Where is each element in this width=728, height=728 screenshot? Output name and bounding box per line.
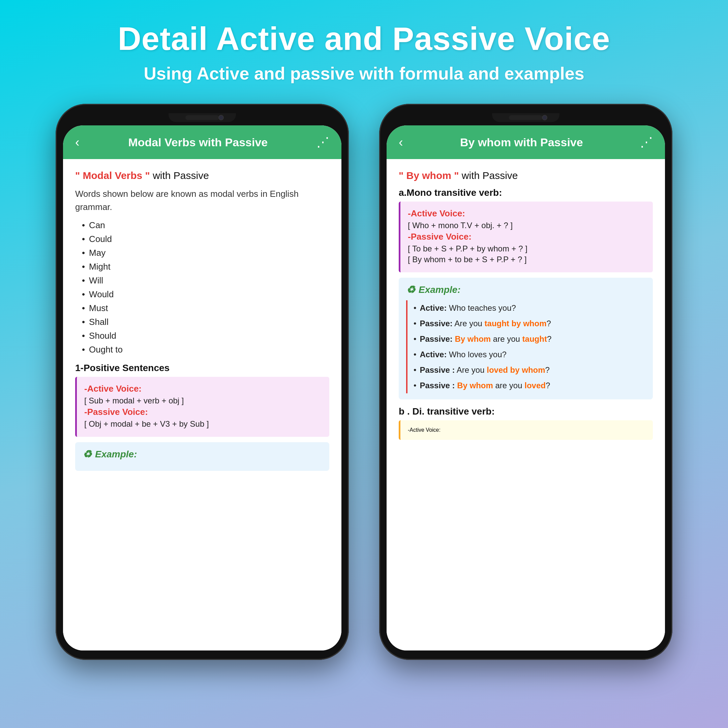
phone-1-positive-heading: 1-Positive Sentences [75,362,329,373]
phones-row: ‹ Modal Verbs with Passive ⋰ " Modal Ver… [56,104,672,660]
list-item: Should [82,329,329,343]
phone-1-modal-list: Can Could May Might Will Would Must Shal… [82,219,329,356]
phone-2-di-label: b . Di. transitive verb: [399,406,653,417]
phone-2-passive-label: -Passive Voice: [408,231,645,242]
phone-2-example-header: ♻ Example: [406,284,645,295]
list-item: Active: Who teaches you? [413,300,645,316]
phone-1-content: " Modal Verbs " with Passive Words shown… [63,159,341,650]
list-item: Shall [82,315,329,329]
phone-2-back-icon[interactable]: ‹ [399,135,403,150]
phone-2-content: " By whom " with Passive a.Mono transiti… [387,159,665,650]
phone-2-example-list: Active: Who teaches you? Passive: Are yo… [406,300,645,393]
list-item: Active: Who loves you? [413,347,645,362]
phone-2-share-icon[interactable]: ⋰ [640,135,653,150]
phone-1-back-icon[interactable]: ‹ [75,135,80,150]
page-title: Detail Active and Passive Voice [118,20,610,57]
list-item: Passive : Are you loved by whom? [413,362,645,378]
phone-1-passive-formula: [ Obj + modal + be + V3 + by Sub ] [84,419,322,429]
list-item: Passive: By whom are you taught? [413,331,645,347]
phone-2-header-title: By whom with Passive [403,136,640,149]
phone-1-recycle-icon: ♻ [83,448,92,460]
phone-1-passive-label: -Passive Voice: [84,407,322,417]
phone-2: ‹ By whom with Passive ⋰ " By whom " wit… [379,104,672,660]
phone-2-passive-formula1: [ To be + S + P.P + by whom + ? ] [408,244,645,254]
phone-2-active-label2: -Active Voice: [408,427,645,433]
phone-2-app-header: ‹ By whom with Passive ⋰ [387,125,665,159]
phone-2-active-label: -Active Voice: [408,208,645,219]
list-item: Must [82,301,329,315]
phone-1-active-label: -Active Voice: [84,384,322,394]
phone-2-passive-formula2: [ By whom + to be + S + P.P + ? ] [408,255,645,264]
phone-2-screen: ‹ By whom with Passive ⋰ " By whom " wit… [387,125,665,650]
phone-1-notch [168,113,236,122]
phone-2-section-heading: " By whom " with Passive [399,170,653,181]
phone-1-example-label: Example: [95,449,137,460]
phone-1-section-heading: " Modal Verbs " with Passive [75,170,329,181]
list-item: May [82,246,329,260]
phone-2-camera [542,115,548,120]
phone-2-recycle-icon: ♻ [406,284,415,295]
phone-1-screen: ‹ Modal Verbs with Passive ⋰ " Modal Ver… [63,125,341,650]
list-item: Could [82,232,329,246]
phone-1-share-icon[interactable]: ⋰ [317,135,329,150]
phone-1-example-header: ♻ Example: [83,448,322,460]
phone-2-notch [492,113,560,122]
phone-1-active-formula: [ Sub + modal + verb + obj ] [84,396,322,405]
list-item: Will [82,274,329,288]
page-subtitle: Using Active and passive with formula an… [118,63,610,84]
list-item: Would [82,288,329,301]
list-item: Can [82,219,329,232]
list-item: Might [82,260,329,274]
phone-1-app-header: ‹ Modal Verbs with Passive ⋰ [63,125,341,159]
phone-2-keyword: " By whom " [399,170,459,181]
phone-1-header-title: Modal Verbs with Passive [80,136,317,149]
phone-1-camera [219,115,224,120]
phone-2-di-formula-box: -Active Voice: [399,420,653,440]
phone-2-example-box: ♻ Example: Active: Who teaches you? Pass… [399,278,653,399]
phone-2-formula-box: -Active Voice: [ Who + mono T.V + obj. +… [399,202,653,272]
list-item: Ought to [82,343,329,356]
phone-2-mono-label: a.Mono transitive verb: [399,187,653,198]
phone-2-example-label: Example: [419,284,461,295]
phone-1: ‹ Modal Verbs with Passive ⋰ " Modal Ver… [56,104,349,660]
list-item: Passive: Are you taught by whom? [413,316,645,331]
list-item: Passive : By whom are you loved? [413,378,645,393]
phone-1-heading-rest: with Passive [150,170,209,181]
phone-1-example-box: ♻ Example: [75,442,329,471]
phone-1-formula-box: -Active Voice: [ Sub + modal + verb + ob… [75,377,329,437]
phone-1-intro: Words shown below are known as modal ver… [75,187,329,214]
phone-1-keyword: " Modal Verbs " [75,170,150,181]
phone-2-heading-rest: with Passive [459,170,518,181]
page-header: Detail Active and Passive Voice Using Ac… [118,20,610,84]
phone-2-active-formula: [ Who + mono T.V + obj. + ? ] [408,221,645,230]
